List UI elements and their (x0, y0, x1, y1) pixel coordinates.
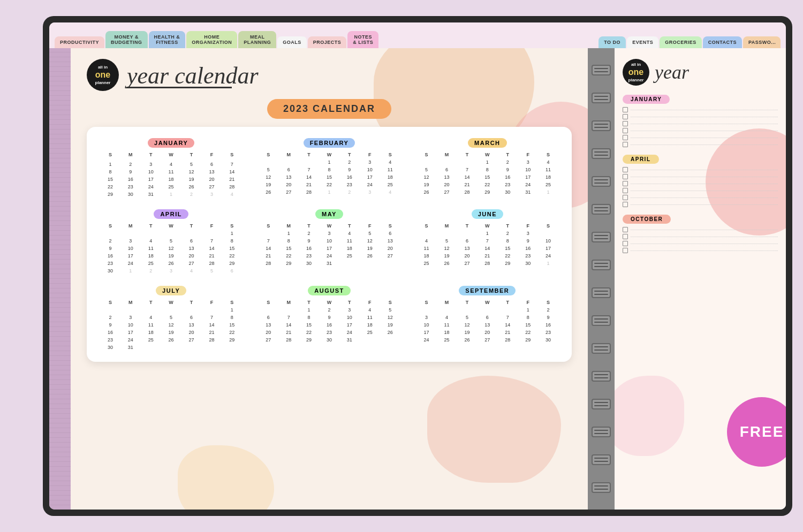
tab-health-fitness[interactable]: HEALTH &FITNESS (149, 31, 186, 48)
checklist-row-jan-4 (623, 128, 778, 133)
dotted-line-apr-4 (631, 191, 778, 191)
month-name-april: APRIL (154, 209, 188, 219)
checklist-row-jan-5 (623, 135, 778, 140)
main-content: all in one planner year calendar 2023 C (49, 48, 786, 510)
logo-text: all in one planner (95, 65, 111, 85)
leather-edge (49, 48, 71, 510)
month-march: MARCH SMTWTFS 1234 567891011 12131415161… (416, 138, 558, 198)
tab-meal-planning[interactable]: MEALPLANNING (238, 31, 276, 48)
tab-productivity[interactable]: PRODUCTIVITY (55, 36, 104, 48)
cal-table-july: SMTWTFS 1 2345678 9101112131415 16171819… (100, 299, 242, 351)
dotted-line-jan-6 (631, 145, 778, 145)
spiral-ring-1 (592, 65, 611, 75)
planner-title-wrapper: year calendar (127, 62, 259, 88)
cal-table-january: SMTWTFS 1234567 891011121314 15161718192… (100, 151, 242, 198)
free-text: FREE (740, 423, 784, 440)
calendar-title-badge: 2023 CALENDAR (267, 99, 391, 119)
month-name-august: AUGUST (308, 286, 350, 295)
month-name-february: FEBRUARY (304, 138, 355, 148)
checkbox-apr-3[interactable] (623, 181, 628, 186)
tab-notes-lists[interactable]: NOTES& LISTS (347, 31, 378, 48)
month-name-july: JULY (156, 286, 186, 295)
spiral-ring-10 (592, 315, 611, 326)
right-planner-content: all in one planner year JANUARY (615, 48, 786, 270)
checkbox-oct-2[interactable] (623, 234, 628, 239)
checkbox-apr-2[interactable] (623, 174, 628, 179)
checkbox-jan-3[interactable] (623, 121, 628, 126)
tab-passwords[interactable]: PASSWO... (743, 36, 781, 48)
logo-circle: all in one planner (87, 59, 119, 91)
spiral-ring-6 (592, 204, 611, 215)
month-name-september: SEPTEMBER (459, 286, 516, 295)
checklist-row-oct-2 (623, 234, 778, 239)
month-april: APRIL SMTWTFS 1 2345678 9101112131415 16… (100, 209, 242, 275)
dotted-line-jan-5 (631, 138, 778, 138)
tab-events[interactable]: EVENTS (627, 36, 658, 48)
checkbox-apr-4[interactable] (623, 188, 628, 193)
tab-to-do[interactable]: TO DO (599, 36, 626, 48)
checkbox-jan-4[interactable] (623, 128, 628, 133)
month-may: MAY SMTWTFS 123456 78910111213 141516171… (258, 209, 400, 275)
planner-left: all in one planner year calendar 2023 C (71, 48, 588, 510)
dotted-line-jan-1 (631, 110, 778, 110)
cal-table-april: SMTWTFS 1 2345678 9101112131415 16171819… (100, 222, 242, 275)
right-logo-one: one (628, 67, 644, 77)
tab-home-org[interactable]: HOMEORGANIZATION (186, 31, 237, 48)
month-name-january: JANUARY (148, 138, 194, 148)
checkbox-oct-1[interactable] (623, 227, 628, 232)
month-january: JANUARY SMTWTFS 1234567 891011121314 151… (100, 138, 242, 198)
checklist-row-apr-4 (623, 188, 778, 193)
spiral-ring-12 (592, 371, 611, 382)
dotted-line-apr-6 (631, 204, 778, 205)
checklist-january: JANUARY (623, 94, 778, 147)
dotted-line-apr-3 (631, 184, 778, 184)
tab-contacts[interactable]: CONTACTS (703, 36, 742, 48)
month-name-march: MARCH (468, 138, 506, 148)
checkbox-apr-1[interactable] (623, 167, 628, 172)
tab-projects[interactable]: PROJECTS (308, 36, 347, 48)
right-logo-text: all in one planner (628, 62, 644, 82)
tab-money-budgeting[interactable]: MONEY &BUDGETING (105, 31, 148, 48)
logo-bottom: planner (95, 80, 111, 86)
checkbox-apr-5[interactable] (623, 195, 628, 200)
month-july: JULY SMTWTFS 1 2345678 9101112131415 161… (100, 285, 242, 351)
checklist-label-april: APRIL (623, 155, 659, 164)
dotted-line-apr-5 (631, 197, 778, 198)
dotted-line-oct-4 (631, 250, 778, 251)
month-name-may: MAY (315, 209, 343, 219)
spiral-ring-7 (592, 232, 611, 242)
logo-top: all in (95, 65, 111, 70)
spiral-ring-16 (592, 482, 611, 493)
checklist-row-apr-5 (623, 195, 778, 200)
planner-title: year calendar (127, 63, 259, 89)
checkbox-apr-6[interactable] (623, 202, 628, 207)
checkbox-jan-2[interactable] (623, 114, 628, 119)
checkbox-jan-1[interactable] (623, 107, 628, 112)
tablet-frame: PRODUCTIVITY MONEY &BUDGETING HEALTH &FI… (43, 16, 792, 516)
cal-table-august: SMTWTFS 12345 6789101112 13141516171819 … (258, 299, 400, 344)
checkbox-oct-4[interactable] (623, 248, 628, 253)
cal-table-september: SMTWTFS 12 3456789 10111213141516 171819… (416, 299, 558, 344)
checkbox-jan-5[interactable] (623, 135, 628, 140)
spiral-ring-11 (592, 343, 611, 354)
spiral-ring-3 (592, 120, 611, 131)
checkbox-jan-6[interactable] (623, 142, 628, 147)
spiral-ring-2 (592, 93, 611, 103)
cal-table-february: SMTWTFS 1234 567891011 12131415161718 19… (258, 151, 400, 196)
dotted-line-jan-3 (631, 124, 778, 124)
checklist-row-oct-3 (623, 241, 778, 246)
spiral-ring-8 (592, 260, 611, 270)
tab-goals[interactable]: GOALS (277, 36, 307, 48)
checklist-row-apr-2 (623, 174, 778, 179)
cal-table-june: SMTWTFS 123 45678910 11121314151617 1819… (416, 222, 558, 267)
checklist-october: OCTOBER (623, 214, 778, 253)
months-grid: JANUARY SMTWTFS 1234567 891011121314 151… (100, 138, 558, 351)
checklist-row-oct-1 (623, 227, 778, 232)
right-header: all in one planner year (623, 59, 778, 86)
checklist-row-jan-6 (623, 142, 778, 147)
tab-groceries[interactable]: GROCERIES (660, 36, 702, 48)
checklist-label-january: JANUARY (623, 95, 670, 104)
dotted-line-oct-3 (631, 244, 778, 244)
checkbox-oct-3[interactable] (623, 241, 628, 246)
spiral-ring-4 (592, 148, 611, 159)
